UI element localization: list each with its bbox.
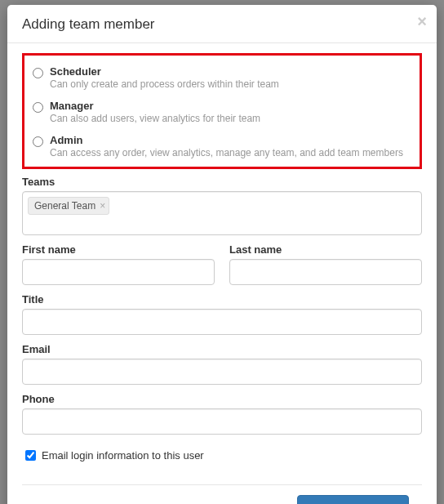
role-option-scheduler[interactable]: Scheduler Can only create and process or… [29, 62, 411, 96]
modal-body: Scheduler Can only create and process or… [7, 43, 437, 504]
role-desc: Can access any order, view analytics, ma… [50, 147, 403, 158]
role-radio-scheduler[interactable] [33, 68, 43, 78]
phone-label: Phone [22, 393, 422, 405]
last-name-label: Last name [229, 243, 422, 256]
role-desc: Can only create and process orders withi… [50, 78, 279, 90]
role-radio-manager[interactable] [33, 102, 43, 113]
role-label: Manager [50, 100, 260, 112]
viewport: 5 inactive team members Adding team memb… [0, 0, 444, 504]
role-option-manager[interactable]: Manager Can also add users, view analyti… [29, 96, 411, 131]
cancel-button[interactable]: Cancel [233, 496, 289, 504]
team-tag-label: General Team [34, 200, 95, 212]
first-name-label: First name [22, 243, 215, 256]
email-login-label: Email login information to this user [42, 449, 204, 462]
add-team-member-modal: Adding team member × Scheduler Can only … [7, 5, 437, 504]
role-desc: Can also add users, view analytics for t… [50, 113, 260, 124]
phone-input[interactable] [22, 408, 422, 435]
close-icon[interactable]: × [417, 13, 427, 29]
email-login-checkbox[interactable] [25, 450, 36, 461]
role-label: Admin [50, 134, 403, 146]
modal-title: Adding team member [22, 16, 422, 33]
teams-label: Teams [22, 176, 422, 188]
email-label: Email [22, 343, 422, 355]
add-team-member-button[interactable]: Add team member [297, 495, 409, 504]
title-input[interactable] [22, 309, 422, 335]
modal-header: Adding team member × [7, 5, 437, 43]
teams-input[interactable]: General Team × [22, 191, 422, 235]
email-login-checkbox-row[interactable]: Email login information to this user [22, 448, 422, 463]
email-input[interactable] [22, 359, 422, 385]
role-radio-admin[interactable] [33, 136, 43, 147]
modal-footer: Cancel Add team member [22, 484, 422, 504]
last-name-input[interactable] [229, 259, 422, 285]
first-name-input[interactable] [22, 259, 215, 285]
role-option-admin[interactable]: Admin Can access any order, view analyti… [29, 131, 411, 160]
remove-tag-icon[interactable]: × [100, 200, 105, 212]
title-label: Title [22, 293, 422, 306]
role-label: Scheduler [50, 65, 279, 78]
role-selection-highlight: Scheduler Can only create and process or… [22, 53, 422, 169]
team-tag: General Team × [28, 197, 109, 215]
